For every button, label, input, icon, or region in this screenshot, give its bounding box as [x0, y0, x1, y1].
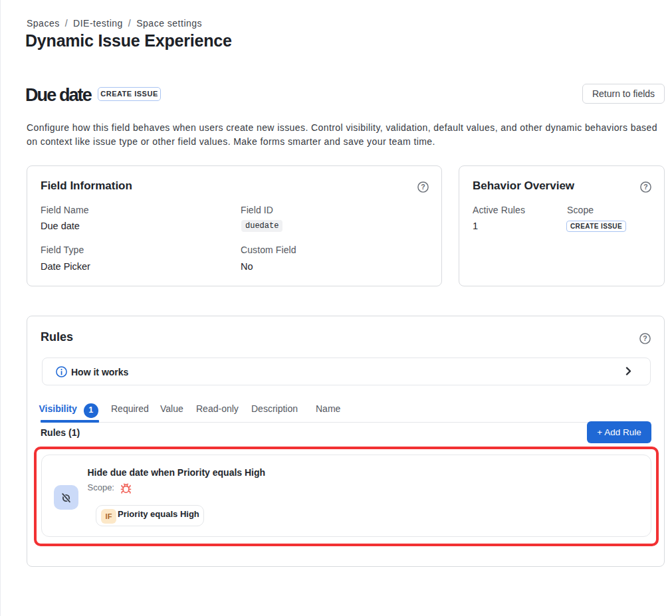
- svg-text:?: ?: [643, 334, 647, 342]
- svg-text:?: ?: [421, 183, 425, 191]
- svg-text:?: ?: [643, 183, 647, 191]
